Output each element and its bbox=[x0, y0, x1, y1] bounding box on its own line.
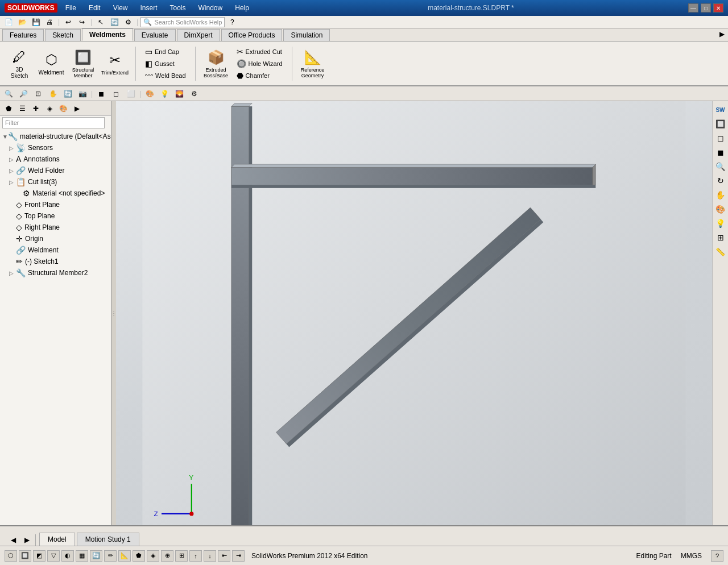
tree-sketch1[interactable]: ✏ (-) Sketch1 bbox=[0, 256, 111, 267]
menu-window[interactable]: Window bbox=[194, 3, 228, 13]
sb-icon-13[interactable]: ⊞ bbox=[175, 550, 188, 562]
rotate-btn[interactable]: 🔄 bbox=[61, 88, 74, 99]
btn-structural-member[interactable]: 🔲 StructuralMember bbox=[68, 44, 98, 84]
help-btn[interactable]: ? bbox=[711, 550, 723, 562]
panel-icon-5[interactable]: 🎨 bbox=[57, 103, 69, 114]
menu-edit[interactable]: Edit bbox=[84, 3, 105, 13]
display-edge-btn[interactable]: ⬜ bbox=[125, 88, 137, 99]
print-icon[interactable]: 🖨 bbox=[43, 16, 56, 28]
menu-view[interactable]: View bbox=[109, 3, 133, 13]
help-icon[interactable]: ? bbox=[226, 16, 238, 28]
btn-extruded-cut[interactable]: ✂ Extruded Cut bbox=[233, 46, 286, 57]
tree-cut-list[interactable]: ▷ 📋 Cut list(3) bbox=[0, 176, 111, 188]
rp-measure-btn[interactable]: 📏 bbox=[714, 246, 727, 258]
ribbon-expand-icon[interactable]: ▶ bbox=[715, 28, 728, 40]
panel-icon-3[interactable]: ✚ bbox=[30, 103, 42, 114]
btn-chamfer[interactable]: ⬣ Chamfer bbox=[233, 70, 286, 81]
sb-icon-12[interactable]: ⊕ bbox=[161, 550, 173, 562]
save-icon[interactable]: 💾 bbox=[30, 16, 42, 28]
sb-icon-3[interactable]: ◩ bbox=[33, 550, 46, 562]
display-wire-btn[interactable]: ◻ bbox=[110, 88, 122, 99]
new-icon[interactable]: 📄 bbox=[2, 16, 15, 28]
view-orient-btn[interactable]: 📷 bbox=[76, 88, 89, 99]
btn-extruded-boss[interactable]: 📦 ExtrudedBoss/Base bbox=[201, 44, 231, 84]
options-icon[interactable]: ⚙ bbox=[122, 16, 134, 28]
open-icon[interactable]: 📂 bbox=[16, 16, 28, 28]
tree-right-plane[interactable]: ◇ Right Plane bbox=[0, 222, 111, 233]
sb-icon-15[interactable]: ↓ bbox=[204, 550, 216, 562]
menu-file[interactable]: File bbox=[61, 3, 81, 13]
menu-tools[interactable]: Tools bbox=[166, 3, 191, 13]
sb-icon-11[interactable]: ◈ bbox=[147, 550, 159, 562]
sb-icon-17[interactable]: ⇥ bbox=[232, 550, 245, 562]
tab-weldments[interactable]: Weldments bbox=[82, 28, 133, 41]
tab-dimxpert[interactable]: DimXpert bbox=[177, 29, 220, 41]
tree-weld-folder[interactable]: ▷ 🔗 Weld Folder bbox=[0, 165, 111, 176]
sb-icon-6[interactable]: ▦ bbox=[76, 550, 88, 562]
prev-tab-btn[interactable]: ◀ bbox=[7, 534, 19, 546]
search-box[interactable]: 🔍 Search SolidWorks Help bbox=[140, 17, 225, 27]
appearance-btn[interactable]: 🎨 bbox=[143, 88, 156, 99]
rp-color-btn[interactable]: 🎨 bbox=[714, 203, 727, 215]
sb-icon-8[interactable]: ✏ bbox=[104, 550, 117, 562]
panel-more-btn[interactable]: ▶ bbox=[71, 103, 83, 114]
tree-sensors[interactable]: ▷ 📡 Sensors bbox=[0, 142, 111, 153]
tab-office-products[interactable]: Office Products bbox=[221, 29, 283, 41]
rp-rotate-btn[interactable]: ↻ bbox=[714, 175, 727, 187]
sb-icon-7[interactable]: 🔄 bbox=[90, 550, 102, 562]
minimize-button[interactable]: — bbox=[688, 3, 698, 13]
tree-material[interactable]: ⚙ Material <not specified> bbox=[0, 188, 111, 199]
display-shaded-btn[interactable]: ◼ bbox=[95, 88, 107, 99]
tab-sketch[interactable]: Sketch bbox=[45, 29, 81, 41]
btn-end-cap[interactable]: ▭ End Cap bbox=[142, 46, 189, 57]
menu-insert[interactable]: Insert bbox=[136, 3, 162, 13]
tree-front-plane[interactable]: ◇ Front Plane bbox=[0, 199, 111, 210]
panel-icon-4[interactable]: ◈ bbox=[43, 103, 56, 114]
tab-simulation[interactable]: Simulation bbox=[283, 29, 330, 41]
rp-zoom-btn[interactable]: 🔍 bbox=[714, 160, 727, 173]
tree-weldment[interactable]: 🔗 Weldment bbox=[0, 244, 111, 256]
sb-icon-10[interactable]: ⬟ bbox=[133, 550, 145, 562]
sb-icon-9[interactable]: 📐 bbox=[118, 550, 131, 562]
select-icon[interactable]: ↖ bbox=[94, 16, 107, 28]
sb-icon-16[interactable]: ⇤ bbox=[218, 550, 230, 562]
redo-icon[interactable]: ↪ bbox=[76, 16, 88, 28]
sb-icon-2[interactable]: 🔲 bbox=[19, 550, 31, 562]
window-controls[interactable]: — □ ✕ bbox=[688, 3, 723, 13]
rp-view3-btn[interactable]: ◼ bbox=[714, 146, 727, 159]
btn-reference-geometry[interactable]: 📐 ReferenceGeometry bbox=[298, 44, 328, 84]
btn-gusset[interactable]: ◧ Gusset bbox=[142, 58, 189, 69]
tree-origin[interactable]: ✛ Origin bbox=[0, 233, 111, 244]
tree-annotations[interactable]: ▷ A Annotations bbox=[0, 153, 111, 165]
panel-icon-1[interactable]: ⬟ bbox=[2, 103, 15, 114]
btn-weldment[interactable]: ⬡ Weldment bbox=[36, 44, 66, 84]
rp-light-btn[interactable]: 💡 bbox=[714, 217, 727, 230]
sb-icon-14[interactable]: ↑ bbox=[189, 550, 202, 562]
zoom-in-btn[interactable]: 🔍 bbox=[2, 88, 15, 99]
zoom-fit-btn[interactable]: ⊡ bbox=[32, 88, 44, 99]
sb-icon-4[interactable]: ▽ bbox=[47, 550, 60, 562]
tree-structural-member2[interactable]: ▷ 🔧 Structural Member2 bbox=[0, 267, 111, 279]
tab-model[interactable]: Model bbox=[39, 533, 75, 546]
rp-view1-btn[interactable]: 🔲 bbox=[714, 118, 727, 130]
panel-resize-handle[interactable]: ⋮ bbox=[111, 101, 116, 525]
undo-icon[interactable]: ↩ bbox=[62, 16, 75, 28]
menu-help[interactable]: Help bbox=[230, 3, 254, 13]
scene-btn[interactable]: 🌄 bbox=[173, 88, 185, 99]
btn-trim-extend[interactable]: ✂ Trim/Extend bbox=[100, 44, 130, 84]
tree-root[interactable]: ▼ 🔧 material-structure (Default<As M bbox=[0, 131, 111, 142]
rp-pan-btn[interactable]: ✋ bbox=[714, 189, 727, 201]
sb-icon-5[interactable]: ◐ bbox=[61, 550, 74, 562]
maximize-button[interactable]: □ bbox=[701, 3, 711, 13]
pan-btn[interactable]: ✋ bbox=[47, 88, 59, 99]
viewport[interactable]: Y Z bbox=[116, 101, 712, 525]
rp-view2-btn[interactable]: ◻ bbox=[714, 132, 727, 144]
view-settings-btn[interactable]: ⚙ bbox=[188, 88, 200, 99]
rp-section-btn[interactable]: ⊞ bbox=[714, 231, 727, 244]
close-button[interactable]: ✕ bbox=[713, 3, 723, 13]
tab-evaluate[interactable]: Evaluate bbox=[134, 29, 176, 41]
filter-input[interactable] bbox=[2, 117, 105, 128]
zoom-out-btn[interactable]: 🔎 bbox=[17, 88, 30, 99]
tab-motion-study-1[interactable]: Motion Study 1 bbox=[77, 533, 139, 546]
btn-3d-sketch[interactable]: 🖊 3DSketch bbox=[5, 44, 34, 84]
